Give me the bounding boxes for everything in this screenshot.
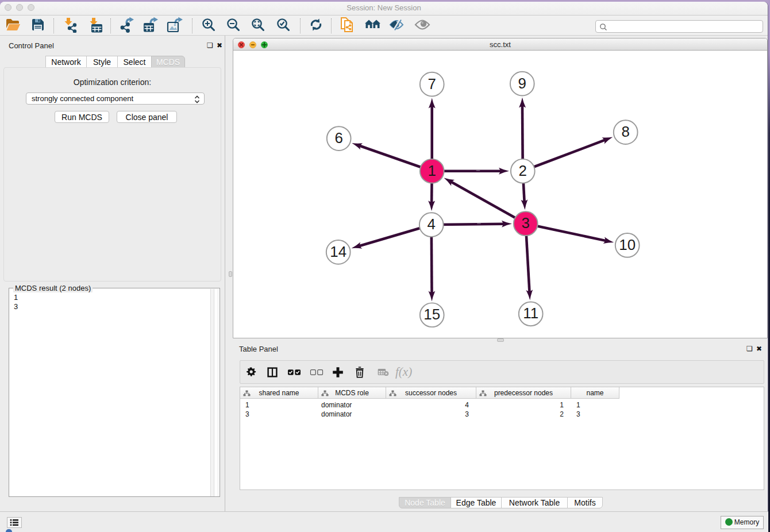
svg-text:4: 4: [428, 216, 436, 232]
svg-text:9: 9: [518, 75, 526, 91]
svg-text:10: 10: [619, 237, 636, 253]
svg-text:2: 2: [519, 163, 527, 179]
svg-text:8: 8: [622, 124, 630, 140]
svg-text:14: 14: [330, 244, 346, 260]
svg-text:3: 3: [522, 215, 530, 231]
svg-text:6: 6: [334, 130, 342, 146]
svg-text:15: 15: [424, 306, 440, 322]
svg-text:1: 1: [428, 163, 436, 179]
svg-text:11: 11: [523, 305, 538, 321]
svg-text:7: 7: [428, 76, 436, 92]
